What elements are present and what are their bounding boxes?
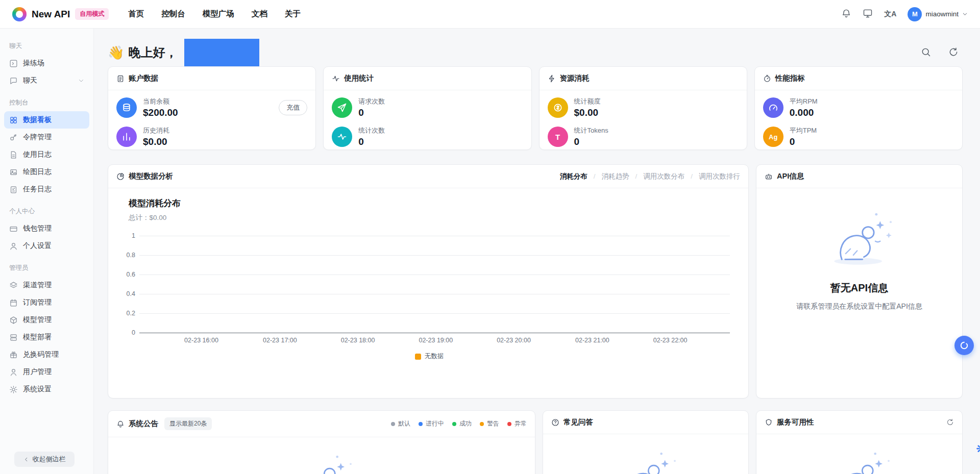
- floating-help-button[interactable]: [954, 336, 974, 355]
- faq-empty-illustration: [543, 447, 748, 474]
- display-icon: [863, 8, 873, 20]
- sidebar-item-label: 兑换码管理: [23, 350, 59, 359]
- tab-consumption-distribution[interactable]: 消耗分布: [560, 172, 587, 181]
- sidebar-item-chat[interactable]: 聊天: [4, 72, 89, 89]
- sidebar-item-dashboard[interactable]: 数据看板: [4, 111, 89, 129]
- performance-metrics-card: 性能指标 平均RPM 0.000 Ag: [754, 66, 963, 150]
- user-name: miaowmint: [925, 10, 959, 18]
- stat-value: 0: [358, 107, 385, 118]
- chevron-down-icon: [78, 78, 84, 84]
- wallet-icon: [9, 224, 18, 233]
- calendar-icon: [9, 298, 18, 307]
- card-title: 账户数据: [129, 73, 158, 83]
- search-icon: [921, 47, 931, 59]
- announcement-status-legend: 默认 进行中 成功 警告 异常: [391, 419, 527, 428]
- service-empty-illustration: [756, 447, 962, 474]
- sidebar-item-redemption[interactable]: 兑换码管理: [4, 346, 89, 363]
- stat-row-balance: 当前余额 $200.00 充值: [116, 97, 307, 118]
- nav-link-docs[interactable]: 文档: [252, 9, 267, 19]
- layers-icon: [9, 281, 18, 290]
- nav-link-model-plaza[interactable]: 模型广场: [203, 9, 234, 19]
- service-refresh-button[interactable]: [946, 418, 954, 426]
- sidebar-item-label: 订阅管理: [23, 298, 52, 307]
- legend-error: 异常: [507, 419, 527, 428]
- nav-link-home[interactable]: 首页: [128, 9, 144, 19]
- stat-label: 当前余额: [143, 97, 178, 106]
- display-mode-button[interactable]: [863, 8, 873, 20]
- chevron-down-icon: [962, 11, 968, 17]
- activity-icon: [332, 74, 340, 83]
- tab-call-count-distribution[interactable]: 调用次数分布: [629, 172, 684, 181]
- sidebar-item-drawing-log[interactable]: 绘图日志: [4, 163, 89, 181]
- stat-row-quota: 统计额度 $0.00: [548, 97, 739, 118]
- card-title: API信息: [777, 171, 804, 181]
- card-title: 服务可用性: [777, 417, 814, 427]
- key-icon: [9, 133, 18, 142]
- tab-call-count-ranking[interactable]: 调用次数排行: [684, 172, 740, 181]
- chevron-left-icon: [23, 457, 29, 462]
- user-menu[interactable]: M miaowmint: [908, 7, 968, 21]
- sidebar-item-label: 个人设置: [23, 241, 52, 251]
- sidebar-item-settings[interactable]: 系统设置: [4, 381, 89, 398]
- coin-icon: [548, 97, 568, 118]
- chart-subtitle: 总计：$0.00: [129, 213, 730, 222]
- user-icon: [9, 242, 18, 251]
- stat-label: 平均TPM: [790, 126, 817, 135]
- sidebar-item-profile[interactable]: 个人设置: [4, 237, 89, 255]
- stat-label: 统计次数: [358, 126, 385, 135]
- x-axis-labels: 02-23 16:00 02-23 17:00 02-23 18:00 02-2…: [139, 333, 730, 345]
- stat-label: 统计额度: [574, 97, 601, 106]
- stopwatch-icon: [763, 74, 771, 83]
- legend-swatch: [415, 354, 421, 360]
- sidebar-item-channels[interactable]: 渠道管理: [4, 277, 89, 294]
- sidebar-item-playground[interactable]: 操练场: [4, 55, 89, 72]
- nav-link-about[interactable]: 关于: [285, 9, 301, 19]
- sidebar-item-label: 聊天: [23, 76, 37, 85]
- notifications-button[interactable]: [841, 8, 851, 20]
- tab-consumption-trend[interactable]: 消耗趋势: [587, 172, 629, 181]
- sidebar-item-deployment[interactable]: 模型部署: [4, 329, 89, 346]
- sidebar-item-label: 任务日志: [23, 185, 52, 194]
- card-title: 常见问答: [564, 417, 593, 427]
- card-title: 使用统计: [344, 73, 374, 83]
- refresh-button[interactable]: [944, 43, 963, 62]
- nav-link-console[interactable]: 控制台: [161, 9, 185, 19]
- sidebar-item-users[interactable]: 用户管理: [4, 363, 89, 381]
- image-icon: [9, 168, 18, 177]
- collapse-sidebar-label: 收起侧边栏: [33, 455, 66, 464]
- search-button[interactable]: [917, 43, 935, 62]
- shield-icon: [765, 418, 773, 427]
- sidebar-item-token[interactable]: 令牌管理: [4, 129, 89, 146]
- mode-badge: 自用模式: [75, 8, 109, 20]
- collapse-sidebar-button[interactable]: 收起侧边栏: [14, 452, 75, 467]
- topup-button[interactable]: 充值: [279, 100, 307, 115]
- card-title: 资源消耗: [560, 73, 590, 83]
- playground-terminal-icon: [9, 59, 18, 68]
- language-button[interactable]: 文A: [884, 10, 896, 19]
- stat-value: $0.00: [143, 136, 169, 147]
- sidebar: 聊天 操练场 聊天 控制台 数据看板 令牌管理 使用日志: [0, 29, 94, 474]
- brand-logo-icon[interactable]: [12, 7, 27, 21]
- stat-label: 历史消耗: [143, 126, 169, 135]
- edge-floating-widget[interactable]: ❋: [976, 442, 980, 456]
- api-empty-desc: 请联系管理员在系统设置中配置API信息: [796, 302, 922, 311]
- greeting-text: 晚上好，: [128, 44, 177, 61]
- stat-row-counts: 统计次数 0: [332, 126, 523, 147]
- bell-icon: [116, 420, 125, 428]
- sidebar-item-task-log[interactable]: 任务日志: [4, 181, 89, 198]
- sparkle-icon: ❋: [976, 442, 980, 456]
- card-title: 系统公告: [129, 419, 158, 429]
- send-icon: [332, 97, 352, 118]
- gear-icon: [9, 385, 18, 394]
- stat-cards-row: 账户数据 当前余额 $200.00 充值: [108, 66, 963, 150]
- robot-icon: [765, 172, 773, 181]
- sidebar-item-subscription[interactable]: 订阅管理: [4, 294, 89, 311]
- primary-nav: 首页 控制台 模型广场 文档 关于: [128, 9, 301, 19]
- dashboard-grid-icon: [9, 116, 18, 124]
- clipboard-icon: [116, 74, 125, 83]
- api-empty-title: 暂无API信息: [830, 281, 888, 295]
- sidebar-item-usage-log[interactable]: 使用日志: [4, 146, 89, 163]
- main-content: 👋 晚上好， 账户数据: [94, 29, 980, 474]
- sidebar-item-wallet[interactable]: 钱包管理: [4, 220, 89, 237]
- sidebar-item-models[interactable]: 模型管理: [4, 311, 89, 329]
